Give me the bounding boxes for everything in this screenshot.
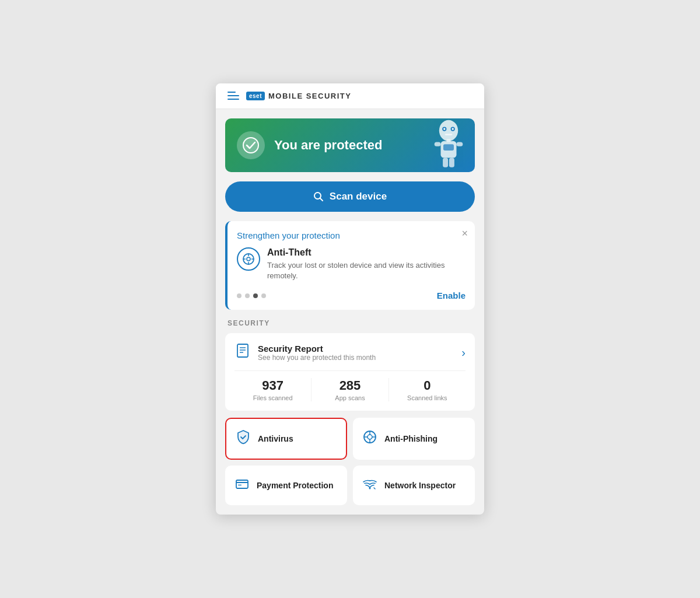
antivirus-icon xyxy=(236,429,251,448)
brand-name: MOBILE SECURITY xyxy=(268,92,351,100)
svg-rect-13 xyxy=(446,139,450,142)
dot-2 xyxy=(245,293,250,298)
feature-grid: Antivirus Anti-Phishing xyxy=(225,418,475,505)
logo-area: eset MOBILE SECURITY xyxy=(246,92,351,100)
protected-banner: You are protected xyxy=(225,118,475,172)
svg-point-0 xyxy=(243,138,258,153)
check-circle-icon xyxy=(237,131,265,159)
svg-rect-12 xyxy=(449,158,454,167)
eset-logo: eset xyxy=(246,92,265,100)
strengthen-title: Strengthen your protection xyxy=(237,230,466,240)
security-report-card[interactable]: Security Report See how you are protecte… xyxy=(225,333,475,411)
svg-point-4 xyxy=(443,128,446,130)
header: eset MOBILE SECURITY xyxy=(216,83,484,109)
report-left: Security Report See how you are protecte… xyxy=(235,342,376,362)
report-subtitle: See how you are protected this month xyxy=(258,354,376,362)
carousel-dots xyxy=(237,293,266,298)
svg-line-36 xyxy=(374,488,375,489)
svg-point-27 xyxy=(368,435,372,439)
phone-frame: eset MOBILE SECURITY You are protected xyxy=(216,83,484,515)
security-section-label: SECURITY xyxy=(216,319,484,333)
scan-button-wrap: Scan device xyxy=(216,181,484,221)
report-icon xyxy=(235,342,251,362)
anti-phishing-icon xyxy=(362,429,377,448)
strengthen-card: Strengthen your protection × Anti-Theft … xyxy=(225,221,475,310)
svg-line-15 xyxy=(320,198,323,201)
payment-protection-label: Payment Protection xyxy=(257,481,333,490)
enable-button[interactable]: Enable xyxy=(437,291,466,300)
svg-rect-34 xyxy=(238,484,242,486)
close-strengthen-button[interactable]: × xyxy=(461,228,468,239)
svg-point-35 xyxy=(369,488,371,489)
svg-point-1 xyxy=(439,120,458,141)
network-inspector-icon xyxy=(362,476,377,495)
stat-files-scanned: 937 Files scanned xyxy=(235,378,311,401)
svg-rect-32 xyxy=(236,480,248,488)
scanned-links-label: Scanned links xyxy=(389,394,466,401)
payment-protection-card[interactable]: Payment Protection xyxy=(225,466,347,505)
report-title: Security Report xyxy=(258,344,376,354)
scanned-links-value: 0 xyxy=(389,378,466,393)
svg-rect-10 xyxy=(457,142,463,146)
network-inspector-label: Network Inspector xyxy=(384,481,456,490)
search-icon xyxy=(313,191,324,202)
stat-app-scans: 285 App scans xyxy=(311,378,388,401)
dot-4 xyxy=(261,293,266,298)
svg-rect-11 xyxy=(443,158,448,167)
svg-rect-9 xyxy=(435,142,441,146)
antivirus-label: Antivirus xyxy=(258,434,293,443)
stat-scanned-links: 0 Scanned links xyxy=(388,378,466,401)
dot-3 xyxy=(253,293,258,298)
svg-point-5 xyxy=(452,128,454,130)
anti-theft-icon xyxy=(237,247,260,271)
scan-button-label: Scan device xyxy=(330,191,387,202)
files-scanned-value: 937 xyxy=(235,378,311,393)
antivirus-card[interactable]: Antivirus xyxy=(225,418,347,460)
svg-rect-6 xyxy=(445,134,453,135)
app-scans-value: 285 xyxy=(312,378,388,393)
dot-1 xyxy=(237,293,242,298)
report-top: Security Report See how you are protecte… xyxy=(235,342,466,362)
svg-point-17 xyxy=(247,257,250,261)
scan-device-button[interactable]: Scan device xyxy=(225,181,475,212)
svg-rect-22 xyxy=(237,344,248,357)
network-inspector-card[interactable]: Network Inspector xyxy=(353,466,475,505)
robot-figure xyxy=(428,118,469,172)
app-scans-label: App scans xyxy=(312,394,388,401)
anti-theft-title: Anti-Theft xyxy=(267,247,466,258)
anti-theft-row: Anti-Theft Track your lost or stolen dev… xyxy=(237,247,466,281)
menu-icon[interactable] xyxy=(228,92,239,100)
card-footer: Enable xyxy=(237,291,466,300)
chevron-right-icon: › xyxy=(461,346,466,359)
files-scanned-label: Files scanned xyxy=(235,394,311,401)
payment-protection-icon xyxy=(235,476,250,495)
anti-theft-desc: Track your lost or stolen device and vie… xyxy=(267,260,466,281)
anti-phishing-label: Anti-Phishing xyxy=(384,434,438,443)
protected-text: You are protected xyxy=(274,138,382,153)
svg-rect-8 xyxy=(443,144,454,151)
anti-phishing-card[interactable]: Anti-Phishing xyxy=(353,418,475,460)
stats-row: 937 Files scanned 285 App scans 0 Scanne… xyxy=(235,370,466,401)
